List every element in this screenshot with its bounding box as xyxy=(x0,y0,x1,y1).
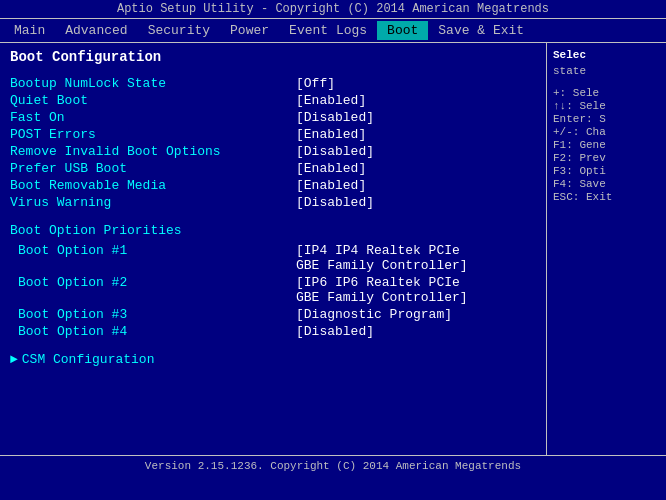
key-hint: Enter: S xyxy=(553,113,660,125)
config-label: Quiet Boot xyxy=(10,93,270,108)
config-value: [Disabled] xyxy=(296,195,536,210)
boot-option-label: Boot Option #4 xyxy=(10,324,270,339)
sidebar-keys: +: Sele↑↓: SeleEnter: S+/-: ChaF1: GeneF… xyxy=(553,87,660,203)
csm-row[interactable]: ► CSM Configuration xyxy=(10,352,536,367)
config-value: [Enabled] xyxy=(296,127,536,142)
menu-item-boot[interactable]: Boot xyxy=(377,21,428,40)
key-hint: F4: Save xyxy=(553,178,660,190)
config-value: [Off] xyxy=(296,76,536,91)
sidebar-title: Selec xyxy=(553,49,660,61)
config-value: [Disabled] xyxy=(296,110,536,125)
config-row[interactable]: Boot Removable Media[Enabled] xyxy=(10,177,536,194)
csm-arrow-icon: ► xyxy=(10,352,18,367)
key-hint: ESC: Exit xyxy=(553,191,660,203)
boot-priorities-header: Boot Option Priorities xyxy=(10,223,536,238)
config-row[interactable]: Remove Invalid Boot Options[Disabled] xyxy=(10,143,536,160)
title-bar: Aptio Setup Utility - Copyright (C) 2014… xyxy=(0,0,666,19)
config-label: Virus Warning xyxy=(10,195,270,210)
config-table: Bootup NumLock State[Off]Quiet Boot[Enab… xyxy=(10,75,536,211)
key-hint: F2: Prev xyxy=(553,152,660,164)
content-area: Boot Configuration Bootup NumLock State[… xyxy=(0,43,546,455)
sidebar-subtitle: state xyxy=(553,65,660,77)
config-row[interactable]: Bootup NumLock State[Off] xyxy=(10,75,536,92)
boot-option-row[interactable]: Boot Option #3[Diagnostic Program] xyxy=(10,306,536,323)
config-row[interactable]: Quiet Boot[Enabled] xyxy=(10,92,536,109)
config-label: Boot Removable Media xyxy=(10,178,270,193)
boot-option-label: Boot Option #3 xyxy=(10,307,270,322)
key-hint: F1: Gene xyxy=(553,139,660,151)
page-title: Boot Configuration xyxy=(10,49,536,65)
title-text: Aptio Setup Utility - Copyright (C) 2014… xyxy=(117,2,549,16)
boot-option-label: Boot Option #1 xyxy=(10,243,270,273)
boot-option-value: [Disabled] xyxy=(296,324,536,339)
config-row[interactable]: Fast On[Disabled] xyxy=(10,109,536,126)
key-hint: ↑↓: Sele xyxy=(553,100,660,112)
config-value: [Enabled] xyxy=(296,93,536,108)
menu-bar: MainAdvancedSecurityPowerEvent LogsBootS… xyxy=(0,19,666,43)
config-label: POST Errors xyxy=(10,127,270,142)
config-value: [Enabled] xyxy=(296,161,536,176)
config-label: Remove Invalid Boot Options xyxy=(10,144,270,159)
csm-label: CSM Configuration xyxy=(22,352,155,367)
footer-text: Version 2.15.1236. Copyright (C) 2014 Am… xyxy=(145,460,521,472)
menu-item-security[interactable]: Security xyxy=(138,21,220,40)
config-row[interactable]: Prefer USB Boot[Enabled] xyxy=(10,160,536,177)
right-sidebar: Selec state +: Sele↑↓: SeleEnter: S+/-: … xyxy=(546,43,666,455)
main-layout: Boot Configuration Bootup NumLock State[… xyxy=(0,43,666,455)
menu-item-save-&-exit[interactable]: Save & Exit xyxy=(428,21,534,40)
config-row[interactable]: POST Errors[Enabled] xyxy=(10,126,536,143)
boot-option-value: [Diagnostic Program] xyxy=(296,307,536,322)
footer: Version 2.15.1236. Copyright (C) 2014 Am… xyxy=(0,455,666,483)
boot-priorities-table: Boot Option #1[IP4 IP4 Realtek PCIeGBE F… xyxy=(10,242,536,340)
boot-option-row[interactable]: Boot Option #2[IP6 IP6 Realtek PCIeGBE F… xyxy=(10,274,536,306)
menu-item-event-logs[interactable]: Event Logs xyxy=(279,21,377,40)
key-hint: +/-: Cha xyxy=(553,126,660,138)
boot-option-value: [IP4 IP4 Realtek PCIeGBE Family Controll… xyxy=(296,243,536,273)
config-value: [Disabled] xyxy=(296,144,536,159)
boot-option-row[interactable]: Boot Option #4[Disabled] xyxy=(10,323,536,340)
menu-item-main[interactable]: Main xyxy=(4,21,55,40)
menu-item-power[interactable]: Power xyxy=(220,21,279,40)
boot-option-value: [IP6 IP6 Realtek PCIeGBE Family Controll… xyxy=(296,275,536,305)
boot-option-label: Boot Option #2 xyxy=(10,275,270,305)
config-label: Bootup NumLock State xyxy=(10,76,270,91)
menu-item-advanced[interactable]: Advanced xyxy=(55,21,137,40)
key-hint: +: Sele xyxy=(553,87,660,99)
config-value: [Enabled] xyxy=(296,178,536,193)
config-label: Fast On xyxy=(10,110,270,125)
config-row[interactable]: Virus Warning[Disabled] xyxy=(10,194,536,211)
boot-option-row[interactable]: Boot Option #1[IP4 IP4 Realtek PCIeGBE F… xyxy=(10,242,536,274)
config-label: Prefer USB Boot xyxy=(10,161,270,176)
key-hint: F3: Opti xyxy=(553,165,660,177)
